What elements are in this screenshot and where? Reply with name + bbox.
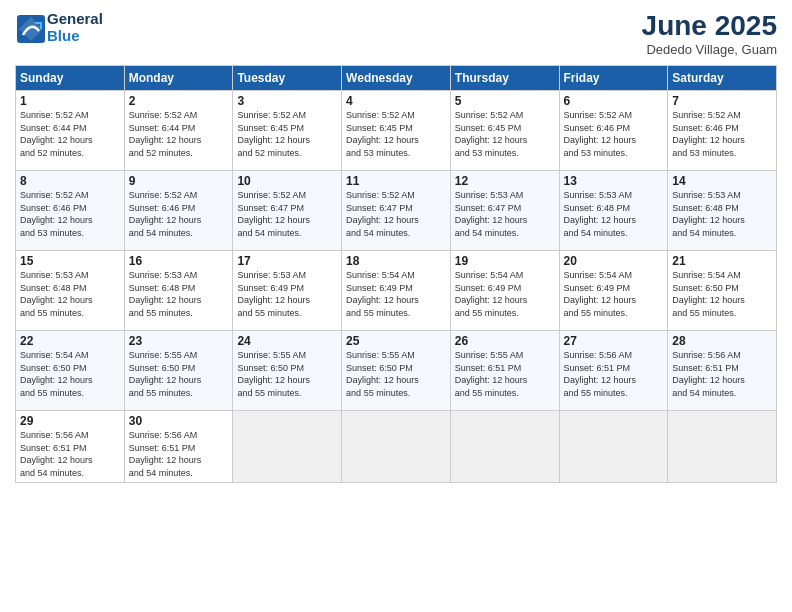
day-info: Sunrise: 5:52 AM Sunset: 6:47 PM Dayligh… <box>346 189 446 239</box>
calendar-day-cell: 15Sunrise: 5:53 AM Sunset: 6:48 PM Dayli… <box>16 251 125 331</box>
header: General Blue June 2025 Dededo Village, G… <box>15 10 777 57</box>
calendar-day-cell: 10Sunrise: 5:52 AM Sunset: 6:47 PM Dayli… <box>233 171 342 251</box>
calendar-col-sunday: Sunday <box>16 66 125 91</box>
day-info: Sunrise: 5:52 AM Sunset: 6:45 PM Dayligh… <box>237 109 337 159</box>
day-number: 7 <box>672 94 772 108</box>
day-number: 9 <box>129 174 229 188</box>
day-number: 27 <box>564 334 664 348</box>
calendar-day-cell: 1Sunrise: 5:52 AM Sunset: 6:44 PM Daylig… <box>16 91 125 171</box>
calendar-day-cell: 14Sunrise: 5:53 AM Sunset: 6:48 PM Dayli… <box>668 171 777 251</box>
day-info: Sunrise: 5:53 AM Sunset: 6:49 PM Dayligh… <box>237 269 337 319</box>
day-info: Sunrise: 5:52 AM Sunset: 6:46 PM Dayligh… <box>564 109 664 159</box>
day-number: 16 <box>129 254 229 268</box>
day-info: Sunrise: 5:52 AM Sunset: 6:45 PM Dayligh… <box>346 109 446 159</box>
calendar-day-cell: 20Sunrise: 5:54 AM Sunset: 6:49 PM Dayli… <box>559 251 668 331</box>
day-number: 2 <box>129 94 229 108</box>
calendar-week-row: 1Sunrise: 5:52 AM Sunset: 6:44 PM Daylig… <box>16 91 777 171</box>
calendar-day-cell: 23Sunrise: 5:55 AM Sunset: 6:50 PM Dayli… <box>124 331 233 411</box>
day-info: Sunrise: 5:52 AM Sunset: 6:46 PM Dayligh… <box>129 189 229 239</box>
calendar-day-cell: 27Sunrise: 5:56 AM Sunset: 6:51 PM Dayli… <box>559 331 668 411</box>
calendar-day-cell: 25Sunrise: 5:55 AM Sunset: 6:50 PM Dayli… <box>342 331 451 411</box>
calendar-col-thursday: Thursday <box>450 66 559 91</box>
day-info: Sunrise: 5:55 AM Sunset: 6:50 PM Dayligh… <box>129 349 229 399</box>
calendar-day-cell: 3Sunrise: 5:52 AM Sunset: 6:45 PM Daylig… <box>233 91 342 171</box>
day-info: Sunrise: 5:56 AM Sunset: 6:51 PM Dayligh… <box>129 429 229 479</box>
day-number: 21 <box>672 254 772 268</box>
day-number: 28 <box>672 334 772 348</box>
day-info: Sunrise: 5:56 AM Sunset: 6:51 PM Dayligh… <box>564 349 664 399</box>
calendar-day-cell: 26Sunrise: 5:55 AM Sunset: 6:51 PM Dayli… <box>450 331 559 411</box>
calendar-week-row: 8Sunrise: 5:52 AM Sunset: 6:46 PM Daylig… <box>16 171 777 251</box>
day-info: Sunrise: 5:52 AM Sunset: 6:47 PM Dayligh… <box>237 189 337 239</box>
day-info: Sunrise: 5:52 AM Sunset: 6:45 PM Dayligh… <box>455 109 555 159</box>
calendar-day-cell: 8Sunrise: 5:52 AM Sunset: 6:46 PM Daylig… <box>16 171 125 251</box>
day-info: Sunrise: 5:53 AM Sunset: 6:48 PM Dayligh… <box>129 269 229 319</box>
calendar-day-cell: 18Sunrise: 5:54 AM Sunset: 6:49 PM Dayli… <box>342 251 451 331</box>
day-number: 12 <box>455 174 555 188</box>
day-info: Sunrise: 5:54 AM Sunset: 6:50 PM Dayligh… <box>20 349 120 399</box>
day-number: 15 <box>20 254 120 268</box>
day-info: Sunrise: 5:56 AM Sunset: 6:51 PM Dayligh… <box>672 349 772 399</box>
day-number: 18 <box>346 254 446 268</box>
calendar-header-row: SundayMondayTuesdayWednesdayThursdayFrid… <box>16 66 777 91</box>
day-info: Sunrise: 5:53 AM Sunset: 6:47 PM Dayligh… <box>455 189 555 239</box>
calendar-day-cell: 19Sunrise: 5:54 AM Sunset: 6:49 PM Dayli… <box>450 251 559 331</box>
day-number: 14 <box>672 174 772 188</box>
day-info: Sunrise: 5:53 AM Sunset: 6:48 PM Dayligh… <box>564 189 664 239</box>
calendar-day-cell: 11Sunrise: 5:52 AM Sunset: 6:47 PM Dayli… <box>342 171 451 251</box>
day-number: 29 <box>20 414 120 428</box>
logo: General Blue <box>15 10 103 44</box>
day-info: Sunrise: 5:52 AM Sunset: 6:44 PM Dayligh… <box>129 109 229 159</box>
day-info: Sunrise: 5:53 AM Sunset: 6:48 PM Dayligh… <box>20 269 120 319</box>
day-number: 24 <box>237 334 337 348</box>
day-info: Sunrise: 5:54 AM Sunset: 6:49 PM Dayligh… <box>455 269 555 319</box>
calendar-day-cell: 9Sunrise: 5:52 AM Sunset: 6:46 PM Daylig… <box>124 171 233 251</box>
day-number: 6 <box>564 94 664 108</box>
day-number: 17 <box>237 254 337 268</box>
calendar-day-cell: 13Sunrise: 5:53 AM Sunset: 6:48 PM Dayli… <box>559 171 668 251</box>
calendar-day-cell: 5Sunrise: 5:52 AM Sunset: 6:45 PM Daylig… <box>450 91 559 171</box>
month-title: June 2025 <box>642 10 777 42</box>
day-info: Sunrise: 5:53 AM Sunset: 6:48 PM Dayligh… <box>672 189 772 239</box>
calendar-day-cell: 21Sunrise: 5:54 AM Sunset: 6:50 PM Dayli… <box>668 251 777 331</box>
day-info: Sunrise: 5:52 AM Sunset: 6:46 PM Dayligh… <box>20 189 120 239</box>
day-info: Sunrise: 5:54 AM Sunset: 6:49 PM Dayligh… <box>346 269 446 319</box>
calendar-col-tuesday: Tuesday <box>233 66 342 91</box>
calendar-day-cell <box>342 411 451 483</box>
day-number: 4 <box>346 94 446 108</box>
day-number: 8 <box>20 174 120 188</box>
day-number: 13 <box>564 174 664 188</box>
calendar-col-friday: Friday <box>559 66 668 91</box>
day-number: 3 <box>237 94 337 108</box>
day-info: Sunrise: 5:52 AM Sunset: 6:44 PM Dayligh… <box>20 109 120 159</box>
calendar-week-row: 29Sunrise: 5:56 AM Sunset: 6:51 PM Dayli… <box>16 411 777 483</box>
calendar-day-cell: 30Sunrise: 5:56 AM Sunset: 6:51 PM Dayli… <box>124 411 233 483</box>
calendar-day-cell <box>559 411 668 483</box>
calendar-col-monday: Monday <box>124 66 233 91</box>
day-number: 25 <box>346 334 446 348</box>
calendar-week-row: 15Sunrise: 5:53 AM Sunset: 6:48 PM Dayli… <box>16 251 777 331</box>
day-number: 23 <box>129 334 229 348</box>
logo-icon <box>15 13 43 41</box>
title-block: June 2025 Dededo Village, Guam <box>642 10 777 57</box>
location: Dededo Village, Guam <box>642 42 777 57</box>
calendar-day-cell <box>233 411 342 483</box>
day-number: 19 <box>455 254 555 268</box>
calendar-day-cell: 4Sunrise: 5:52 AM Sunset: 6:45 PM Daylig… <box>342 91 451 171</box>
day-number: 11 <box>346 174 446 188</box>
day-number: 30 <box>129 414 229 428</box>
page: General Blue June 2025 Dededo Village, G… <box>0 0 792 612</box>
day-info: Sunrise: 5:56 AM Sunset: 6:51 PM Dayligh… <box>20 429 120 479</box>
day-number: 10 <box>237 174 337 188</box>
day-number: 26 <box>455 334 555 348</box>
day-info: Sunrise: 5:55 AM Sunset: 6:51 PM Dayligh… <box>455 349 555 399</box>
day-info: Sunrise: 5:55 AM Sunset: 6:50 PM Dayligh… <box>237 349 337 399</box>
day-info: Sunrise: 5:54 AM Sunset: 6:50 PM Dayligh… <box>672 269 772 319</box>
calendar-week-row: 22Sunrise: 5:54 AM Sunset: 6:50 PM Dayli… <box>16 331 777 411</box>
calendar-day-cell: 22Sunrise: 5:54 AM Sunset: 6:50 PM Dayli… <box>16 331 125 411</box>
day-number: 20 <box>564 254 664 268</box>
calendar-day-cell <box>450 411 559 483</box>
calendar-day-cell: 24Sunrise: 5:55 AM Sunset: 6:50 PM Dayli… <box>233 331 342 411</box>
calendar-day-cell: 12Sunrise: 5:53 AM Sunset: 6:47 PM Dayli… <box>450 171 559 251</box>
day-number: 1 <box>20 94 120 108</box>
